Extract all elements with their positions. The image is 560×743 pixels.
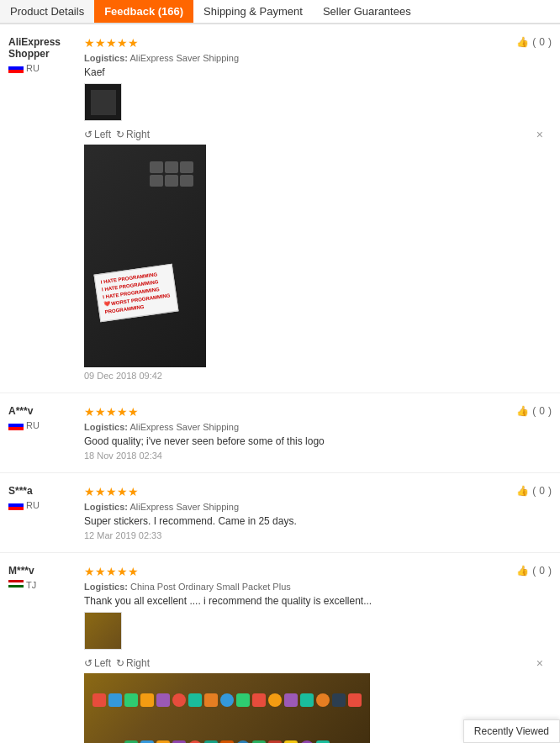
reviewer-name: A***v <box>8 405 76 417</box>
like-section[interactable]: 👍 (0) <box>516 405 552 417</box>
like-section[interactable]: 👍 (0) <box>516 565 552 577</box>
sticker-overlay: I HATE PROGRAMMING I HATE PROGRAMMING I … <box>93 264 178 322</box>
review-date: 18 Nov 2018 02:34 <box>84 451 543 461</box>
like-count: ( <box>532 565 536 577</box>
recently-viewed-button[interactable]: Recently Viewed <box>463 719 560 743</box>
review-date: 12 Mar 2019 02:33 <box>84 530 543 540</box>
reviews-list: AliExpress Shopper RU ★ ★ ★ ★ ★ Logistic… <box>0 24 560 743</box>
tab-shipping[interactable]: Shipping & Payment <box>193 0 313 23</box>
reviewer-info: M***v TJ <box>8 565 76 743</box>
review-text: Thank you all excellent .... i recommend… <box>84 595 543 607</box>
like-count: ( <box>532 485 536 497</box>
logistics-value: AliExpress Saver Shipping <box>129 422 239 432</box>
reviewer-country: RU <box>8 420 76 430</box>
review-item: M***v TJ ★ ★ ★ ★ ★ Logistics: China Post… <box>0 553 560 743</box>
country-code: RU <box>26 420 40 430</box>
review-item: A***v RU ★ ★ ★ ★ ★ Logistics: AliExpress… <box>0 393 560 473</box>
close-button[interactable]: × <box>536 656 543 670</box>
tab-product-details[interactable]: Product Details <box>0 0 94 23</box>
thumbs-up-icon: 👍 <box>516 485 529 497</box>
star-rating: ★ ★ ★ ★ ★ <box>84 565 543 578</box>
flag-icon <box>8 420 24 430</box>
thumbs-up-icon: 👍 <box>516 36 529 48</box>
review-body: ★ ★ ★ ★ ★ Logistics: China Post Ordinary… <box>76 565 552 743</box>
logistics-info: Logistics: AliExpress Saver Shipping <box>84 53 543 63</box>
review-body: ★ ★ ★ ★ ★ Logistics: AliExpress Saver Sh… <box>76 485 552 540</box>
reviewer-info: S***a RU <box>8 485 76 540</box>
reviewer-country: TJ <box>8 580 76 590</box>
star-rating: ★ ★ ★ ★ ★ <box>84 405 543 419</box>
flag-icon <box>8 63 24 73</box>
right-label: Right <box>126 657 150 669</box>
logistics-value: AliExpress Saver Shipping <box>129 53 239 63</box>
rotate-left-button[interactable]: ↺ Left <box>84 129 111 140</box>
tab-feedback[interactable]: Feedback (166) <box>94 0 193 23</box>
left-label: Left <box>94 129 111 140</box>
flag-icon <box>8 580 24 590</box>
recently-viewed-label: Recently Viewed <box>474 725 549 737</box>
laptop-keys <box>150 161 193 187</box>
logistics-label: Logistics: <box>84 422 128 432</box>
thumbs-up-icon: 👍 <box>516 565 529 577</box>
country-code: RU <box>26 63 40 73</box>
review-body: ★ ★ ★ ★ ★ Logistics: AliExpress Saver Sh… <box>76 36 552 381</box>
review-date: 09 Dec 2018 09:42 <box>84 371 543 381</box>
rotate-right-button[interactable]: ↻ Right <box>116 129 150 140</box>
logistics-label: Logistics: <box>84 502 128 512</box>
country-code: RU <box>26 500 40 510</box>
review-thumbnail[interactable] <box>84 83 122 121</box>
logistics-label: Logistics: <box>84 582 128 592</box>
country-code: TJ <box>26 580 36 590</box>
review-item: S***a RU ★ ★ ★ ★ ★ Logistics: AliExpress… <box>0 473 560 553</box>
rotate-left-button[interactable]: ↺ Left <box>84 657 111 669</box>
star-rating: ★ ★ ★ ★ ★ <box>84 36 543 50</box>
like-count: ( <box>532 36 536 48</box>
like-section[interactable]: 👍 (0) <box>516 485 552 497</box>
left-label: Left <box>94 657 111 669</box>
review-expanded-image: I HATE PROGRAMMING I HATE PROGRAMMING I … <box>84 145 206 367</box>
thumbs-up-icon: 👍 <box>516 405 529 417</box>
like-count: ( <box>532 405 536 417</box>
review-text: Good quality; i've never seen before som… <box>84 435 543 447</box>
reviewer-name: AliExpress Shopper <box>8 36 76 60</box>
logistics-value: AliExpress Saver Shipping <box>129 502 239 512</box>
logistics-info: Logistics: AliExpress Saver Shipping <box>84 422 543 432</box>
review-thumbnail[interactable] <box>84 612 122 650</box>
close-button[interactable]: × <box>536 128 543 141</box>
review-text: Super stickers. I recommend. Came in 25 … <box>84 515 543 527</box>
review-text: Kaef <box>84 66 543 78</box>
review-body: ★ ★ ★ ★ ★ Logistics: AliExpress Saver Sh… <box>76 405 552 461</box>
review-item: AliExpress Shopper RU ★ ★ ★ ★ ★ Logistic… <box>0 24 560 393</box>
image-viewer: ↺ Left ↻ Right × <box>84 128 543 367</box>
rotate-right-button[interactable]: ↻ Right <box>116 657 150 669</box>
logistics-label: Logistics: <box>84 53 128 63</box>
reviewer-name: S***a <box>8 485 76 497</box>
review-expanded-image-2 <box>84 673 370 743</box>
reviewer-info: A***v RU <box>8 405 76 461</box>
tabs-bar: Product Details Feedback (166) Shipping … <box>0 0 560 24</box>
logistics-info: Logistics: AliExpress Saver Shipping <box>84 502 543 512</box>
reviewer-name: M***v <box>8 565 76 577</box>
flag-icon <box>8 500 24 510</box>
like-section[interactable]: 👍 (0) <box>516 36 552 48</box>
image-controls: ↺ Left ↻ Right × <box>84 656 543 670</box>
image-controls: ↺ Left ↻ Right × <box>84 128 543 141</box>
right-label: Right <box>126 129 150 140</box>
logistics-info: Logistics: China Post Ordinary Small Pac… <box>84 582 543 592</box>
reviewer-info: AliExpress Shopper RU <box>8 36 76 381</box>
reviewer-country: RU <box>8 63 76 73</box>
reviewer-country: RU <box>8 500 76 510</box>
star-rating: ★ ★ ★ ★ ★ <box>84 485 543 498</box>
logistics-value: China Post Ordinary Small Packet Plus <box>130 582 291 592</box>
tab-seller[interactable]: Seller Guarantees <box>313 0 421 23</box>
